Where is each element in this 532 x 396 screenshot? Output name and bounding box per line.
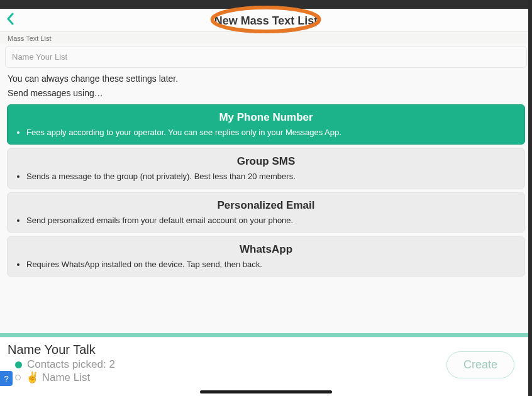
status-bar: [0, 0, 532, 9]
contacts-picked-text: Contacts picked: 2: [27, 358, 115, 371]
right-device-edge: [528, 0, 532, 396]
list-name-input[interactable]: [5, 46, 527, 68]
field-label: Mass Text List: [0, 31, 532, 43]
option-personalized-email[interactable]: Personalized Email Send personalized ema…: [7, 192, 525, 233]
back-button[interactable]: [5, 13, 16, 29]
option-group-sms[interactable]: Group SMS Sends a message to the group (…: [7, 148, 525, 189]
option-desc: Send personalized emails from your defau…: [26, 216, 516, 225]
help-icon[interactable]: ?: [0, 371, 13, 386]
bottom-panel: Name Your Talk Contacts picked: 2 ✌️ Nam…: [0, 337, 532, 396]
step-contacts-picked: Contacts picked: 2: [8, 358, 115, 371]
name-your-talk-title: Name Your Talk: [8, 343, 115, 357]
help-glyph: ?: [4, 374, 8, 383]
hint-line-2: Send messages using…: [0, 86, 532, 101]
hint-line-1: You can always change these settings lat…: [0, 72, 532, 86]
step-dot-done-icon: [15, 361, 22, 368]
option-desc: Sends a message to the group (not privat…: [26, 172, 516, 181]
list-name-row: [5, 46, 527, 68]
option-desc: Fees apply according to your operator. Y…: [26, 128, 516, 137]
option-desc: Requires WhatsApp installed on the devic…: [26, 260, 516, 269]
option-whatsapp[interactable]: WhatsApp Requires WhatsApp installed on …: [7, 236, 525, 277]
app-header: New Mass Text List: [0, 9, 532, 31]
option-title: Personalized Email: [16, 199, 516, 212]
create-button[interactable]: Create: [446, 351, 514, 378]
step-name-list[interactable]: ✌️ Name List: [8, 371, 115, 384]
page-title-wrap: New Mass Text List: [214, 14, 318, 28]
option-my-phone-number[interactable]: My Phone Number Fees apply according to …: [7, 104, 525, 145]
option-title: WhatsApp: [16, 243, 516, 256]
page-title: New Mass Text List: [214, 14, 318, 27]
name-list-text: ✌️ Name List: [26, 371, 90, 384]
option-title: My Phone Number: [16, 111, 516, 124]
home-indicator: [200, 390, 332, 393]
step-dot-pending-icon: [15, 375, 21, 380]
option-title: Group SMS: [16, 155, 516, 168]
